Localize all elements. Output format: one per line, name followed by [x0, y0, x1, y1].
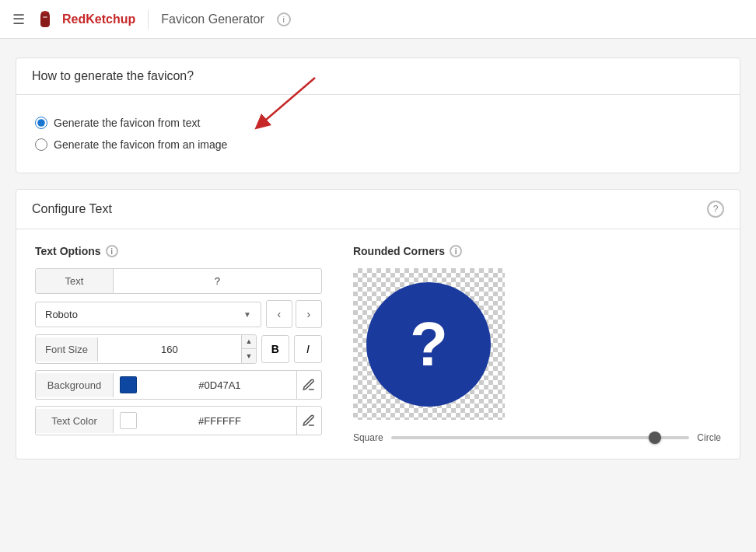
configure-help-icon[interactable]: ?	[707, 201, 724, 218]
favicon-preview-area: ?	[353, 268, 505, 420]
font-dropdown-arrow: ▼	[243, 310, 251, 319]
favicon-preview-char: ?	[410, 309, 448, 380]
background-color-swatch[interactable]	[120, 376, 137, 393]
page-info-icon[interactable]: i	[277, 12, 291, 26]
background-color-hex: #0D47A1	[143, 373, 296, 397]
radio-text-input[interactable]	[35, 117, 47, 129]
bold-button[interactable]: B	[261, 335, 289, 363]
font-size-row: Font Size ▲ ▼ B I	[35, 334, 322, 364]
text-field-row: Text	[35, 268, 322, 294]
font-select[interactable]: Roboto ▼	[35, 302, 261, 327]
font-size-up[interactable]: ▲	[242, 335, 256, 349]
generate-method-title: How to generate the favicon?	[32, 69, 194, 83]
configure-text-body: Text Options i Text Roboto ▼ ‹ ›	[16, 229, 740, 459]
font-size-input[interactable]	[98, 337, 241, 362]
svg-point-0	[43, 11, 47, 14]
header-divider	[148, 10, 149, 29]
text-options-title: Text Options i	[35, 245, 322, 257]
radio-option-text[interactable]: Generate the favicon from text	[35, 117, 721, 129]
text-color-row: Text Color #FFFFFF	[35, 406, 322, 435]
generate-method-body: Generate the favicon from text	[16, 95, 740, 173]
text-color-hex: #FFFFFF	[143, 409, 296, 433]
font-prev-button[interactable]: ‹	[266, 300, 292, 328]
header: ☰ RedKetchup Favicon Generator i	[0, 0, 756, 39]
font-next-button[interactable]: ›	[296, 300, 322, 328]
radio-group: Generate the favicon from text	[35, 110, 721, 157]
background-color-row: Background #0D47A1	[35, 370, 322, 400]
background-label: Background	[36, 373, 114, 397]
text-input[interactable]	[114, 269, 321, 293]
text-color-swatch[interactable]	[120, 412, 137, 429]
font-name: Roboto	[45, 309, 78, 320]
text-options-panel: Text Options i Text Roboto ▼ ‹ ›	[35, 245, 322, 443]
svg-rect-1	[43, 16, 47, 18]
font-size-label: Font Size	[36, 337, 98, 362]
logo-icon	[34, 9, 56, 30]
menu-icon[interactable]: ☰	[12, 11, 25, 28]
main-content: How to generate the favicon? Generate th…	[0, 39, 756, 494]
text-options-info-icon[interactable]: i	[106, 245, 118, 257]
text-field-label: Text	[36, 269, 114, 293]
app-logo: RedKetchup	[34, 9, 135, 30]
font-size-input-wrap: ▲ ▼	[98, 335, 256, 363]
slider-square-label: Square	[353, 432, 383, 443]
radio-image-label: Generate the favicon from an image	[54, 138, 227, 151]
roundness-slider[interactable]	[391, 436, 690, 439]
radio-image-input[interactable]	[35, 138, 47, 151]
configure-text-title: Configure Text	[32, 202, 112, 216]
configure-text-header: Configure Text ?	[16, 190, 740, 229]
rounded-corners-info-icon[interactable]: i	[450, 245, 462, 257]
generate-method-header: How to generate the favicon?	[16, 58, 740, 95]
page-title: Favicon Generator	[161, 12, 264, 26]
font-size-spinner: ▲ ▼	[241, 335, 256, 363]
background-color-picker-icon[interactable]	[296, 371, 321, 399]
text-color-picker-icon[interactable]	[296, 407, 321, 435]
generate-method-card: How to generate the favicon? Generate th…	[16, 58, 740, 173]
favicon-preview-circle: ?	[366, 282, 491, 407]
slider-circle-label: Circle	[697, 432, 721, 443]
rounded-corners-title: Rounded Corners i	[353, 245, 721, 257]
italic-button[interactable]: I	[294, 335, 322, 363]
font-row: Roboto ▼ ‹ ›	[35, 300, 322, 328]
radio-text-label: Generate the favicon from text	[54, 117, 200, 129]
font-size-down[interactable]: ▼	[242, 349, 256, 363]
radio-option-image[interactable]: Generate the favicon from an image	[35, 138, 721, 151]
text-color-label: Text Color	[36, 409, 114, 433]
font-size-field: Font Size ▲ ▼	[35, 334, 257, 364]
roundness-slider-row: Square Circle	[353, 432, 721, 443]
app-name: RedKetchup	[62, 12, 135, 26]
rounded-corners-panel: Rounded Corners i ? Square Circle	[353, 245, 721, 443]
configure-text-card: Configure Text ? Text Options i Text Rob	[16, 189, 740, 459]
